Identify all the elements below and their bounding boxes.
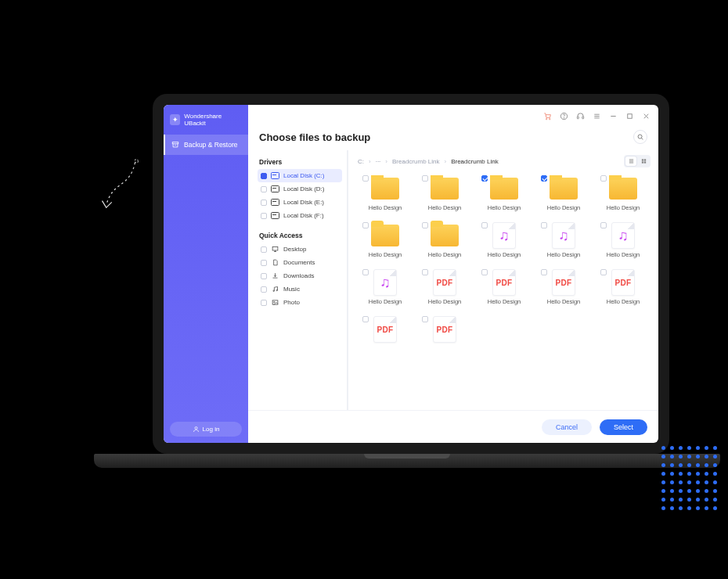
view-grid-button[interactable] bbox=[638, 156, 649, 166]
checkbox-icon[interactable] bbox=[261, 260, 267, 266]
file-item[interactable]: ♫Hello Design bbox=[536, 222, 591, 258]
checkbox-icon[interactable] bbox=[362, 175, 369, 182]
checkbox-icon[interactable] bbox=[600, 269, 607, 275]
checkbox-icon[interactable] bbox=[261, 246, 267, 253]
file-item[interactable]: Hello Design bbox=[358, 222, 413, 258]
file-item[interactable]: Hello Design bbox=[536, 175, 591, 211]
checkbox-icon[interactable] bbox=[422, 175, 428, 182]
main-area: Choose files to backup Drivers Local Dis… bbox=[248, 105, 658, 443]
file-item[interactable]: Hello Design bbox=[477, 175, 532, 211]
laptop-base bbox=[94, 454, 720, 468]
checkbox-icon[interactable] bbox=[422, 316, 428, 322]
folder-icon bbox=[429, 222, 460, 249]
tree-item-label: Local Disk (F:) bbox=[283, 212, 324, 219]
titlebar bbox=[248, 105, 658, 127]
tree-item-music[interactable]: Music bbox=[258, 282, 342, 296]
file-item[interactable]: PDF bbox=[358, 316, 413, 345]
laptop-frame: ✦ Wondershare UBackit Backup & Restore L… bbox=[153, 94, 669, 454]
help-icon[interactable] bbox=[560, 112, 568, 120]
page-header: Choose files to backup bbox=[248, 127, 658, 150]
tree-item-photo[interactable]: Photo bbox=[258, 296, 342, 309]
tree-item-drive-c[interactable]: Local Disk (C:) bbox=[258, 169, 342, 182]
file-item[interactable]: PDFHello Design bbox=[417, 269, 472, 305]
checkbox-icon[interactable] bbox=[541, 175, 547, 182]
file-label: Hello Design bbox=[607, 204, 640, 211]
breadcrumb-ellipsis[interactable]: ··· bbox=[376, 158, 381, 165]
checkbox-icon[interactable] bbox=[261, 213, 267, 219]
cancel-button[interactable]: Cancel bbox=[542, 419, 592, 435]
select-button[interactable]: Select bbox=[600, 419, 647, 435]
file-item[interactable]: PDFHello Design bbox=[536, 269, 591, 305]
checkbox-icon[interactable] bbox=[362, 222, 369, 228]
breadcrumb-link[interactable]: Breadcrumb Link bbox=[392, 158, 439, 165]
breadcrumb-current: Breadcrumb Link bbox=[451, 158, 498, 165]
music-icon bbox=[271, 286, 279, 293]
download-icon bbox=[271, 272, 279, 279]
file-item[interactable]: Hello Design bbox=[358, 175, 413, 211]
checkbox-icon[interactable] bbox=[600, 175, 607, 182]
cart-icon[interactable] bbox=[543, 112, 552, 120]
file-item[interactable]: ♫Hello Design bbox=[477, 222, 532, 258]
sidebar-item-backup-restore[interactable]: Backup & Restore bbox=[164, 135, 248, 155]
checkbox-icon[interactable] bbox=[261, 273, 267, 279]
file-item[interactable]: Hello Design bbox=[417, 175, 472, 211]
checkbox-icon[interactable] bbox=[261, 300, 267, 306]
user-icon bbox=[193, 426, 200, 433]
checkbox-icon[interactable] bbox=[541, 269, 547, 275]
maximize-icon[interactable] bbox=[625, 112, 634, 120]
breadcrumb-root[interactable]: C: bbox=[358, 158, 364, 165]
tree-item-label: Desktop bbox=[283, 246, 306, 253]
checkbox-icon[interactable] bbox=[261, 173, 267, 179]
app-window: ✦ Wondershare UBackit Backup & Restore L… bbox=[164, 105, 658, 443]
search-button[interactable] bbox=[633, 130, 647, 144]
file-item[interactable]: ♫Hello Design bbox=[358, 269, 413, 305]
breadcrumb: C: › ··· › Breadcrumb Link › Breadcrumb … bbox=[358, 155, 651, 167]
file-item[interactable]: Hello Design bbox=[417, 222, 472, 258]
files-area: C: › ··· › Breadcrumb Link › Breadcrumb … bbox=[348, 150, 658, 410]
folder-icon bbox=[488, 175, 520, 202]
file-item[interactable]: PDFHello Design bbox=[596, 269, 651, 305]
checkbox-icon[interactable] bbox=[541, 222, 547, 228]
tree-item-desktop[interactable]: Desktop bbox=[258, 243, 342, 256]
svg-point-4 bbox=[550, 118, 550, 119]
music-file-icon: ♫ bbox=[607, 222, 639, 249]
checkbox-icon[interactable] bbox=[261, 200, 267, 206]
tree-section-drivers: Drivers bbox=[258, 155, 342, 169]
tree-item-drive-f[interactable]: Local Disk (F:) bbox=[258, 209, 342, 222]
drive-icon bbox=[271, 185, 279, 192]
checkbox-icon[interactable] bbox=[261, 286, 267, 293]
login-button[interactable]: Log in bbox=[170, 422, 242, 437]
checkbox-icon[interactable] bbox=[600, 222, 607, 228]
checkbox-icon[interactable] bbox=[362, 316, 369, 322]
file-label: Hello Design bbox=[488, 298, 521, 305]
close-icon[interactable] bbox=[642, 112, 651, 120]
headset-icon[interactable] bbox=[576, 112, 585, 120]
checkbox-icon[interactable] bbox=[481, 175, 488, 182]
checkbox-icon[interactable] bbox=[261, 186, 267, 192]
view-list-button[interactable] bbox=[625, 156, 636, 166]
minimize-icon[interactable] bbox=[609, 112, 618, 120]
tree-item-downloads[interactable]: Downloads bbox=[258, 269, 342, 282]
svg-rect-9 bbox=[628, 113, 632, 118]
tree-item-documents[interactable]: Documents bbox=[258, 256, 342, 269]
checkbox-icon[interactable] bbox=[481, 222, 488, 228]
menu-icon[interactable] bbox=[593, 112, 601, 120]
checkbox-icon[interactable] bbox=[362, 269, 369, 275]
tree-item-label: Documents bbox=[283, 259, 315, 266]
file-item[interactable]: Hello Design bbox=[596, 175, 651, 211]
checkbox-icon[interactable] bbox=[481, 269, 488, 275]
file-item[interactable]: ♫Hello Design bbox=[596, 222, 651, 258]
svg-point-2 bbox=[195, 427, 197, 430]
view-toggle bbox=[624, 155, 651, 167]
photo-icon bbox=[271, 299, 279, 306]
tree-item-drive-d[interactable]: Local Disk (D:) bbox=[258, 182, 342, 196]
tree-item-drive-e[interactable]: Local Disk (E:) bbox=[258, 196, 342, 209]
drive-icon bbox=[271, 199, 279, 206]
file-item[interactable]: PDFHello Design bbox=[477, 269, 532, 305]
file-item[interactable]: PDF bbox=[417, 316, 472, 345]
list-icon bbox=[628, 158, 635, 164]
folder-icon bbox=[369, 175, 401, 202]
music-file-icon: ♫ bbox=[488, 222, 520, 249]
checkbox-icon[interactable] bbox=[422, 269, 428, 275]
checkbox-icon[interactable] bbox=[422, 222, 428, 228]
